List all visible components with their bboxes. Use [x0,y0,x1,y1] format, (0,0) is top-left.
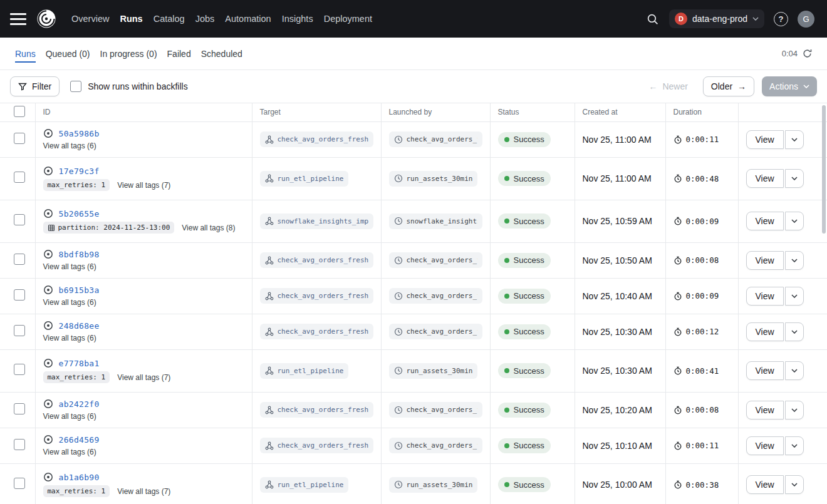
run-id-link[interactable]: ab1a6b90 [59,473,100,482]
run-tag[interactable]: partition: 2024-11-25-13:00 [43,222,175,234]
run-id-link[interactable]: e7778ba1 [59,359,100,368]
tab-scheduled[interactable]: Scheduled [201,38,242,69]
nav-item-jobs[interactable]: Jobs [195,14,215,24]
row-checkbox[interactable] [14,214,25,225]
launched-by-chip[interactable]: check_avg_orders_f… [389,288,482,304]
backfills-toggle[interactable]: Show runs within backfills [70,81,188,92]
target-chip[interactable]: snowflake_insights_import [260,213,373,229]
launched-by-chip[interactable]: run_assets_30min [389,363,478,379]
view-run-button[interactable]: View [746,322,784,341]
target-chip[interactable]: check_avg_orders_freshne [260,438,373,453]
actions-button[interactable]: Actions [762,76,817,96]
deployment-switcher[interactable]: D data-eng-prod [669,9,764,28]
run-tag[interactable]: max_retries: 1 [43,179,110,191]
view-dropdown-button[interactable] [785,251,804,270]
target-chip[interactable]: check_avg_orders_freshne [260,252,373,268]
nav-item-automation[interactable]: Automation [225,14,271,24]
refresh-icon[interactable] [803,49,812,58]
view-run-button[interactable]: View [746,436,784,455]
target-chip[interactable]: check_avg_orders_freshne [260,131,373,147]
launched-by-chip[interactable]: run_assets_30min [389,477,478,493]
search-icon[interactable] [645,12,660,26]
view-dropdown-button[interactable] [785,212,804,230]
launched-by-chip[interactable]: check_avg_orders_f… [389,131,482,147]
launched-by-chip[interactable]: check_avg_orders_f… [389,402,482,418]
backfills-checkbox[interactable] [70,81,81,92]
view-dropdown-button[interactable] [785,322,804,341]
row-checkbox[interactable] [14,478,25,489]
view-all-tags-link[interactable]: View all tags (6) [43,448,96,456]
view-all-tags-link[interactable]: View all tags (8) [182,224,235,232]
target-chip[interactable]: check_avg_orders_freshne [260,288,373,304]
view-run-button[interactable]: View [746,361,784,380]
target-chip[interactable]: run_etl_pipeline [260,363,349,379]
nav-item-runs[interactable]: Runs [120,14,142,24]
view-dropdown-button[interactable] [785,475,804,494]
launched-by-chip[interactable]: snowflake_insights_… [389,213,482,229]
view-all-tags-link[interactable]: View all tags (6) [43,262,96,271]
user-avatar[interactable]: G [798,11,814,28]
view-all-tags-link[interactable]: View all tags (6) [43,334,96,342]
run-tag[interactable]: max_retries: 1 [43,485,110,497]
row-checkbox[interactable] [14,364,25,375]
run-id-link[interactable]: 17e79c3f [59,167,100,176]
view-dropdown-button[interactable] [785,287,804,306]
view-all-tags-link[interactable]: View all tags (6) [43,298,96,307]
view-all-tags-link[interactable]: View all tags (7) [117,181,170,190]
view-dropdown-button[interactable] [785,401,804,419]
tab-runs[interactable]: Runs [15,38,36,69]
vertical-scrollbar[interactable] [822,105,826,234]
tab-queued-0[interactable]: Queued (0) [46,38,90,69]
dagster-logo-icon[interactable] [35,8,58,30]
row-checkbox[interactable] [14,325,25,336]
row-checkbox[interactable] [14,403,25,414]
view-dropdown-button[interactable] [785,361,804,380]
run-id-link[interactable]: 50a5986b [59,129,100,138]
run-tag[interactable]: max_retries: 1 [43,371,110,383]
row-checkbox[interactable] [14,289,25,301]
view-run-button[interactable]: View [746,212,784,230]
nav-item-catalog[interactable]: Catalog [153,14,185,24]
hamburger-menu-icon[interactable] [10,13,26,25]
newer-button[interactable]: ← Newer [641,76,695,96]
view-all-tags-link[interactable]: View all tags (6) [43,412,96,421]
nav-item-overview[interactable]: Overview [71,14,109,24]
target-chip[interactable]: check_avg_orders_freshne [260,402,373,418]
run-id-link[interactable]: 5b20655e [59,209,100,219]
nav-item-insights[interactable]: Insights [282,14,313,24]
run-id-link[interactable]: 266d4569 [59,435,100,445]
view-dropdown-button[interactable] [785,169,804,188]
launched-by-chip[interactable]: run_assets_30min [389,171,478,187]
view-dropdown-button[interactable] [785,436,804,455]
run-id-link[interactable]: b6915b3a [59,285,100,295]
row-checkbox[interactable] [14,254,25,265]
view-all-tags-link[interactable]: View all tags (6) [43,141,96,150]
tab-in-progress-0[interactable]: In progress (0) [100,38,157,69]
view-run-button[interactable]: View [746,287,784,306]
launched-by-chip[interactable]: check_avg_orders_f… [389,252,482,268]
target-chip[interactable]: check_avg_orders_freshne [260,324,373,339]
view-dropdown-button[interactable] [785,130,804,149]
view-run-button[interactable]: View [746,130,784,149]
select-all-checkbox[interactable] [14,106,25,117]
view-run-button[interactable]: View [746,169,784,188]
view-run-button[interactable]: View [746,475,784,494]
nav-item-deployment[interactable]: Deployment [324,14,372,24]
launched-by-chip[interactable]: check_avg_orders_f… [389,324,482,339]
view-run-button[interactable]: View [746,401,784,419]
row-checkbox[interactable] [14,439,25,450]
filter-button[interactable]: Filter [10,76,60,96]
view-run-button[interactable]: View [746,251,784,270]
target-chip[interactable]: run_etl_pipeline [260,477,349,493]
row-checkbox[interactable] [14,133,25,144]
tab-failed[interactable]: Failed [167,38,191,69]
target-chip[interactable]: run_etl_pipeline [260,171,349,187]
older-button[interactable]: Older → [703,76,754,96]
view-all-tags-link[interactable]: View all tags (7) [117,373,170,382]
run-id-link[interactable]: ab2422f0 [59,399,100,409]
help-icon[interactable]: ? [774,12,788,26]
run-id-link[interactable]: 8bdf8b98 [59,250,100,259]
view-all-tags-link[interactable]: View all tags (7) [117,487,170,496]
launched-by-chip[interactable]: check_avg_orders_f… [389,438,482,453]
run-id-link[interactable]: 248d68ee [59,321,100,331]
